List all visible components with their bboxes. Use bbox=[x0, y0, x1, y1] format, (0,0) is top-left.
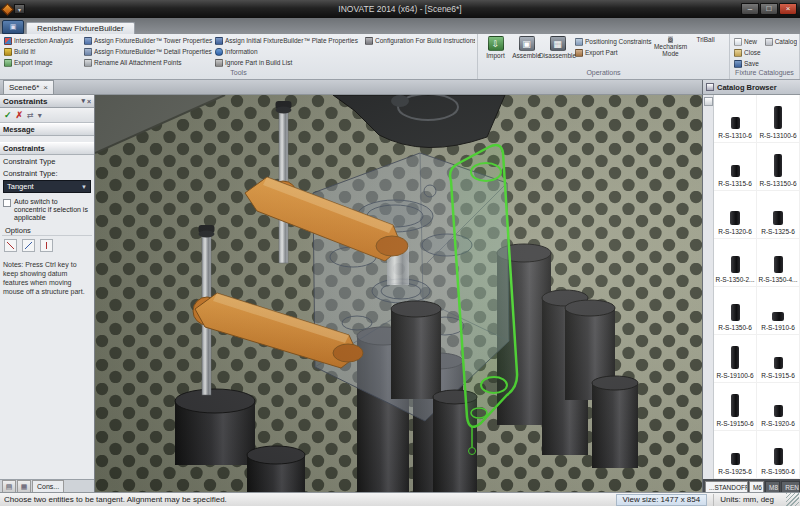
catalog-item[interactable]: R-S-1910-6 bbox=[757, 287, 800, 335]
panel-close-icon[interactable]: × bbox=[87, 98, 91, 105]
ribbon-item-label: Disassemble bbox=[539, 52, 576, 59]
catalog-browser-icon bbox=[706, 83, 714, 91]
ribbon-item-label: Build It! bbox=[14, 48, 36, 55]
assemble-icon: ▣ bbox=[519, 36, 535, 51]
scene-tab-strip: Scene6* × bbox=[0, 80, 702, 95]
constraint-type-dropdown[interactable]: Tangent ▼ bbox=[3, 180, 91, 193]
ribbon-tab-renishaw-fixturebuilder[interactable]: Renishaw FixtureBuilder bbox=[26, 22, 135, 34]
application-menu-button[interactable]: ▣ bbox=[2, 20, 24, 34]
scene-tab[interactable]: Scene6* × bbox=[3, 80, 54, 94]
catalog-item[interactable]: R-S-1310-6 bbox=[714, 95, 757, 143]
triball-button[interactable]: TriBall bbox=[688, 35, 723, 43]
export-image-button[interactable]: Export Image bbox=[2, 57, 82, 68]
assign-tower-properties-button[interactable]: Assign FixtureBuilder™ Tower Properties bbox=[82, 35, 213, 46]
import-button[interactable]: ⇩Import bbox=[480, 35, 511, 59]
auto-switch-label: Auto switch to concentric if selection i… bbox=[14, 198, 91, 222]
ribbon-item-label: Save bbox=[744, 60, 759, 67]
export-part-button[interactable]: Export Part bbox=[573, 47, 653, 58]
catalog-item[interactable]: R-S-13150-6 bbox=[757, 143, 800, 191]
catalog-item-label: R-S-1920-6 bbox=[761, 420, 795, 427]
disassemble-button[interactable]: ▦Disassemble bbox=[542, 35, 573, 59]
app-logo-icon bbox=[1, 3, 14, 16]
catalog-sets-button[interactable]: Catalog Sets bbox=[763, 36, 797, 47]
standoff-icon bbox=[731, 256, 740, 273]
quick-save-icon[interactable]: ▾ bbox=[14, 4, 25, 14]
ribbon-item-label: Rename All Attachment Points bbox=[94, 59, 181, 66]
catalog-close-button[interactable]: Close bbox=[732, 47, 763, 58]
catalog-item[interactable]: R-S-1925-6 bbox=[714, 431, 757, 479]
catalog-item[interactable]: R-S-1915-6 bbox=[757, 335, 800, 383]
ignore-part-icon bbox=[215, 59, 223, 67]
scene-browser-tab-icon[interactable]: ▤ bbox=[2, 480, 16, 492]
information-button[interactable]: Information bbox=[213, 46, 363, 57]
auto-switch-checkbox[interactable] bbox=[3, 199, 11, 207]
ribbon-item-label: TriBall bbox=[696, 36, 714, 43]
catalog-item[interactable]: R-S-1320-6 bbox=[714, 191, 757, 239]
catalog-item[interactable]: R-S-1325-6 bbox=[757, 191, 800, 239]
constraints-section-header[interactable]: Constraints bbox=[0, 142, 94, 155]
intersection-analysis-button[interactable]: Intersection Analysis bbox=[2, 35, 82, 46]
catalog-item[interactable]: R-S-19150-6 bbox=[714, 383, 757, 431]
build-it-button[interactable]: Build It! bbox=[2, 46, 82, 57]
message-section-header[interactable]: Message bbox=[0, 123, 94, 136]
catalog-sets-icon bbox=[765, 38, 773, 46]
disassemble-icon: ▦ bbox=[550, 36, 566, 51]
document-tab-strip: Scene6* × Catalog Browser bbox=[0, 80, 800, 95]
ignore-part-button[interactable]: Ignore Part in Build List bbox=[213, 57, 363, 68]
catalog-item[interactable]: R-S-1950-6 bbox=[757, 431, 800, 479]
standoff-icon bbox=[774, 357, 783, 369]
catalog-tree-tab-icon[interactable]: ▦ bbox=[17, 480, 31, 492]
mechanism-mode-button[interactable]: ⚙Mechanism Mode bbox=[653, 35, 688, 57]
catalog-view-icon[interactable] bbox=[704, 97, 713, 106]
apply-constraint-icon[interactable]: ✓ bbox=[4, 110, 12, 120]
catalog-item[interactable]: R-S-13100-6 bbox=[757, 95, 800, 143]
maximize-button[interactable]: □ bbox=[760, 3, 778, 15]
catalog-save-button[interactable]: Save bbox=[732, 58, 763, 69]
part-standoff[interactable] bbox=[247, 446, 305, 492]
constraint-options-icon[interactable]: ▾ bbox=[38, 111, 42, 120]
catalog-tab-standoffs[interactable]: ...STANDOFFS bbox=[705, 481, 748, 492]
scene-tab-close-icon[interactable]: × bbox=[43, 83, 48, 92]
chevron-down-icon: ▼ bbox=[81, 184, 87, 190]
tangent-inside-option-icon[interactable] bbox=[22, 239, 35, 252]
close-button[interactable]: × bbox=[779, 3, 797, 15]
catalog-item[interactable]: R-S-1920-6 bbox=[757, 383, 800, 431]
assign-detail-properties-button[interactable]: Assign FixtureBuilder™ Detail Properties bbox=[82, 46, 213, 57]
catalog-item-grid: R-S-1310-6 R-S-13100-6 R-S-1315-6 R-S-13… bbox=[714, 95, 800, 479]
tangent-option-icon[interactable] bbox=[4, 239, 17, 252]
constraints-tab[interactable]: Cons... bbox=[32, 480, 64, 492]
ribbon-group-fixture-catalogues: New Close Save Catalog Sets Fixture Cata… bbox=[730, 34, 800, 79]
catalog-tab-ren[interactable]: REN bbox=[781, 481, 800, 492]
catalog-item-label: R-S-1310-6 bbox=[718, 132, 752, 139]
quick-access-toolbar: ▾ bbox=[0, 4, 25, 14]
standoff-icon bbox=[773, 211, 783, 225]
ribbon-item-label: Assign Initial FixtureBuilder™ Plate Pro… bbox=[225, 37, 358, 44]
part-standoff[interactable] bbox=[391, 301, 441, 399]
catalog-new-button[interactable]: New bbox=[732, 36, 763, 47]
rename-attachment-points-button[interactable]: Rename All Attachment Points bbox=[82, 57, 213, 68]
pin-icon[interactable]: ▾ bbox=[81, 97, 85, 105]
part-standoff[interactable] bbox=[592, 376, 638, 468]
assemble-button[interactable]: ▣Assemble bbox=[511, 35, 542, 59]
cancel-constraint-icon[interactable]: ✗ bbox=[16, 110, 24, 120]
catalog-tab-m8[interactable]: M8 bbox=[765, 481, 780, 492]
minimize-button[interactable]: – bbox=[741, 3, 759, 15]
configuration-build-instructions-button[interactable]: Configuration For Build Instructions bbox=[363, 35, 475, 46]
viewport-3d[interactable] bbox=[95, 95, 702, 492]
assign-plate-properties-button[interactable]: Assign Initial FixtureBuilder™ Plate Pro… bbox=[213, 35, 363, 46]
catalog-item[interactable]: R-S-1350-4... bbox=[757, 239, 800, 287]
constraint-type-label: Constraint Type: bbox=[0, 167, 94, 179]
catalog-item[interactable]: R-S-19100-6 bbox=[714, 335, 757, 383]
catalog-tab-m6[interactable]: M6 bbox=[749, 481, 764, 492]
catalog-item[interactable]: R-S-1315-6 bbox=[714, 143, 757, 191]
catalog-item[interactable]: R-S-1350-2... bbox=[714, 239, 757, 287]
mechanism-mode-icon: ⚙ bbox=[668, 36, 674, 43]
tangent-align-option-icon[interactable] bbox=[40, 239, 53, 252]
part-standoff[interactable] bbox=[175, 389, 255, 465]
flip-direction-icon[interactable]: ⇄ bbox=[27, 111, 34, 120]
positioning-constraints-button[interactable]: Positioning Constraints bbox=[573, 36, 653, 47]
ribbon-item-label: Import bbox=[486, 52, 504, 59]
standoff-icon bbox=[731, 304, 740, 321]
catalog-item[interactable]: R-S-1350-6 bbox=[714, 287, 757, 335]
resize-grip[interactable] bbox=[786, 493, 799, 506]
